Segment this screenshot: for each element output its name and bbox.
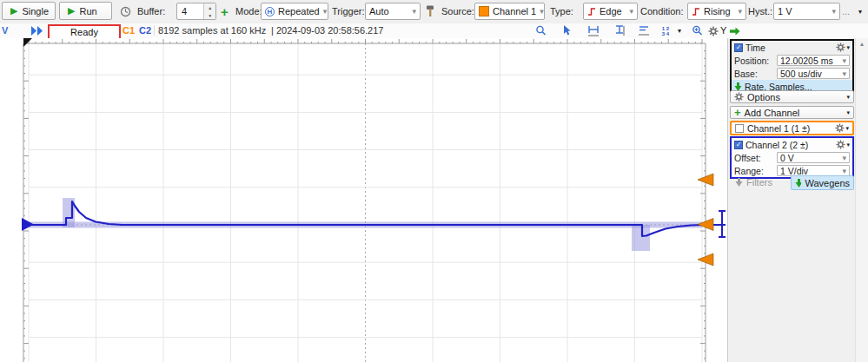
condition-select[interactable]: Rising ▾: [687, 3, 746, 20]
channel2-settings-button[interactable]: ▾: [836, 140, 850, 149]
time-checkbox[interactable]: ✓: [734, 43, 743, 52]
view-options-caret[interactable]: ▾: [678, 27, 681, 35]
channel1-row[interactable]: Channel 1 (1 ±) ▾: [730, 121, 854, 135]
type-value: Edge: [600, 6, 622, 16]
wavegens-button[interactable]: Wavegens: [791, 175, 854, 190]
gear-icon: [734, 92, 744, 102]
buffer-value: 4: [177, 3, 203, 19]
range-label: Range:: [734, 166, 774, 176]
add-channel-label: Add Channel: [745, 108, 800, 118]
chevron-down-icon: ▾: [845, 125, 849, 132]
mode-value: Repeated: [278, 6, 320, 16]
channel-numbers-icon[interactable]: 1 23 4: [658, 25, 673, 36]
type-label: Type:: [550, 6, 573, 16]
base-select[interactable]: 500 us/div ▾: [777, 68, 850, 79]
zoom-in-icon[interactable]: [690, 25, 706, 36]
chevron-down-icon: ▾: [832, 7, 836, 16]
trigger-label: Trigger:: [332, 6, 365, 16]
channel1-color-swatch: [479, 6, 489, 16]
channel2-checkbox[interactable]: ✓: [734, 141, 743, 149]
base-value: 500 us/div: [780, 69, 822, 79]
scroll-up-icon[interactable]: ▲: [856, 41, 868, 47]
add-icon[interactable]: +: [221, 5, 229, 18]
chevron-down-icon: ▾: [540, 7, 544, 16]
offset-row: Offset: 0 V ▾: [732, 151, 852, 164]
offset-select[interactable]: 0 V ▾: [777, 152, 850, 163]
channel1-tab[interactable]: C1: [123, 25, 135, 36]
trigger-select[interactable]: Auto ▾: [365, 3, 421, 20]
fast-forward-icon[interactable]: [31, 26, 44, 36]
chevron-down-icon: ▾: [629, 7, 633, 16]
single-button[interactable]: ▶ Single: [2, 2, 56, 20]
chevron-down-icon: ▾: [842, 154, 846, 162]
chevron-down-icon: ▾: [846, 94, 850, 101]
chevron-down-icon: ▾: [412, 7, 416, 16]
hysteresis-value: 1 V: [778, 6, 792, 16]
vertical-measure-icon[interactable]: [612, 25, 627, 36]
channel2-tab[interactable]: C2: [139, 25, 151, 36]
offset-value: 0 V: [780, 153, 794, 163]
run-button[interactable]: ▶ Run: [59, 2, 112, 20]
channel2-label: Channel 2 (2 ±): [745, 140, 808, 150]
toolbar-overflow-caret[interactable]: ▾: [858, 8, 862, 16]
source-value: Channel 1: [493, 6, 536, 16]
zoom-tool-icon[interactable]: [533, 25, 549, 36]
filters-button[interactable]: Filters: [732, 175, 789, 188]
type-select[interactable]: Edge ▾: [583, 3, 638, 20]
time-settings-button[interactable]: ▾: [836, 43, 850, 52]
chevron-down-icon: ▾: [323, 7, 328, 16]
clock-icon: [120, 6, 131, 17]
buffer-spinner[interactable]: 4 ▲ ▼: [176, 3, 216, 20]
channel2-header-row[interactable]: ✓ Channel 2 (2 ±) ▾: [732, 138, 852, 151]
mode-label: Mode:: [235, 6, 262, 16]
run-button-label: Run: [79, 6, 96, 16]
panel-scrollbar[interactable]: ▲: [855, 38, 868, 362]
chevron-down-icon: ▾: [846, 109, 850, 116]
position-select[interactable]: 12.00205 ms ▾: [777, 55, 850, 66]
time-group: ✓ Time ▾ Position: 12.00205 ms ▾ Base: 5…: [730, 39, 854, 95]
hysteresis-label: Hyst.:: [748, 6, 772, 16]
hammer-icon[interactable]: [424, 4, 437, 17]
wavegens-label: Wavegens: [805, 178, 850, 188]
options-button[interactable]: Options ▾: [730, 90, 854, 103]
add-icon: +: [734, 107, 741, 118]
chevron-down-icon: ▾: [842, 56, 846, 65]
channel1-checkbox[interactable]: [735, 124, 744, 133]
y-axis-panel-label: Y: [720, 25, 726, 36]
scope-plot[interactable]: [0, 38, 726, 362]
plot-settings-gear-icon[interactable]: [706, 25, 721, 36]
samples-info: 8192 samples at 160 kHz: [158, 25, 266, 36]
single-button-label: Single: [22, 6, 49, 16]
divider: [154, 25, 155, 36]
position-value: 12.00205 ms: [780, 56, 833, 66]
spin-up-icon[interactable]: ▲: [204, 3, 215, 11]
edge-trigger-icon: [587, 7, 596, 16]
chevron-down-icon: ▾: [738, 7, 742, 16]
arrow-down-icon: [795, 179, 801, 188]
waveforms-scope-window: ▶ Single ▶ Run Buffer: 4 ▲ ▼ + Mode: H R…: [0, 0, 868, 362]
time-header-row[interactable]: ✓ Time ▾: [732, 41, 852, 54]
filters-label: Filters: [746, 177, 772, 188]
horizontal-measure-icon[interactable]: [586, 25, 601, 36]
add-channel-button[interactable]: + Add Channel ▾: [730, 106, 854, 119]
acquisition-timestamp: | 2024-09-03 20:58:56.217: [271, 25, 383, 36]
repeated-mode-icon: H: [265, 7, 275, 16]
source-select[interactable]: Channel 1 ▾: [474, 3, 545, 20]
channel2-group: ✓ Channel 2 (2 ±) ▾ Offset: 0 V ▾ Range:…: [730, 136, 854, 179]
channel1-settings-button[interactable]: ▾: [835, 123, 849, 133]
status-bar: V Ready C1 C2 8192 samples at 160 kHz | …: [0, 23, 868, 38]
measurements-legend-icon[interactable]: [636, 25, 652, 36]
chevron-down-icon: ▾: [846, 44, 850, 51]
expand-panel-arrow-icon[interactable]: [730, 27, 740, 36]
cursor-tool-icon[interactable]: [560, 25, 575, 36]
more-options-button[interactable]: ...: [842, 6, 850, 16]
arrow-down-icon: [735, 178, 743, 187]
spinner-arrows[interactable]: ▲ ▼: [203, 3, 215, 19]
condition-value: Rising: [704, 6, 731, 16]
hysteresis-select[interactable]: 1 V ▾: [773, 3, 840, 20]
spin-down-icon[interactable]: ▼: [204, 11, 215, 19]
range-value: 1 V/div: [780, 166, 808, 176]
chevron-down-icon: ▾: [842, 69, 846, 78]
rising-edge-icon: [692, 7, 700, 16]
mode-select[interactable]: H Repeated ▾: [261, 3, 328, 20]
